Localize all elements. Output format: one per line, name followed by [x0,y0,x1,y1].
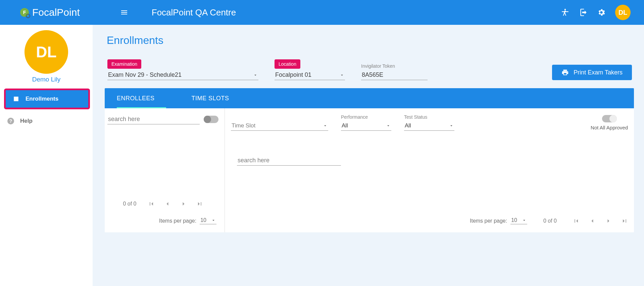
chevron-down-icon [386,123,391,128]
prev-page-icon[interactable] [164,201,171,207]
chevron-down-icon [211,218,216,223]
enrollees-search-row [107,114,218,124]
examination-value: Exam Nov 29 - Schedule21 [108,71,182,78]
chevron-down-icon [323,123,328,128]
prev-page-icon[interactable] [589,218,596,224]
location-value: Focalpoint 01 [275,71,311,78]
menu-icon[interactable] [120,8,128,16]
next-page-icon[interactable] [605,218,612,224]
test-status-select[interactable]: All [404,122,454,131]
user-name: Demo Lily [0,76,93,83]
location-label: Location [275,59,300,69]
enrollees-items-per-page: Items per page: 10 [107,217,216,224]
sidebar: DL Demo Lily Enrollments ? Help [0,25,93,286]
time-slot-select[interactable]: Time Slot [231,122,328,131]
performance-value: All [342,122,348,129]
ipp-label: Items per page: [470,218,507,224]
time-slot-field: Time Slot [231,114,328,131]
token-value: 8A565E [361,71,428,80]
print-icon [561,69,569,76]
tab-bar: ENROLLEES TIME SLOTS [105,88,634,108]
user-avatar-large: DL [24,30,68,74]
test-status-value: All [405,122,411,129]
time-slot-placeholder: Time Slot [232,122,255,129]
slots-items-per-page: Items per page: 10 [470,217,527,224]
enrollees-pager-count: 0 of 0 [123,201,136,207]
logo-badge: F [20,8,29,17]
enrollees-pager: 0 of 0 [107,201,218,207]
last-page-icon[interactable] [621,218,628,224]
location-select[interactable]: Focalpoint 01 [275,71,345,80]
ipp-label: Items per page: [159,218,196,224]
tab-enrollees[interactable]: ENROLLEES [117,88,155,108]
logout-icon[interactable] [579,8,588,17]
sidebar-item-enrollments[interactable]: Enrollments [5,90,89,108]
chevron-down-icon [522,218,527,223]
slots-column: Time Slot Performance All [225,108,634,232]
centre-name: FocalPoint QA Centre [152,7,561,18]
chevron-down-icon [253,73,258,77]
sidebar-item-help[interactable]: ? Help [0,112,93,130]
examination-label: Examination [107,59,141,69]
panel-body: 0 of 0 Items per page: 10 [105,108,634,232]
page-title: Enrollments [107,34,634,47]
enrollees-toggle[interactable] [204,116,218,123]
enrollees-search-input[interactable] [107,114,200,124]
approval-block: Not All Approved [591,115,628,131]
sidebar-item-label: Enrollments [26,96,58,102]
app-bar: F FocalPoint FocalPoint QA Centre DL [0,0,644,25]
svg-point-0 [564,9,566,10]
enrollees-pager-arrows [148,201,203,207]
main-content: Enrollments Examination Exam Nov 29 - Sc… [93,25,644,286]
first-page-icon[interactable] [573,218,580,224]
enrollees-ipp-select[interactable]: 10 [200,217,216,224]
chevron-down-icon [340,73,344,77]
user-avatar-small[interactable]: DL [615,5,631,20]
logo[interactable]: F FocalPoint [20,7,80,18]
enrollees-column: 0 of 0 Items per page: 10 [105,108,225,232]
token-label: Invigilator Token [361,63,428,69]
slots-pager-count: 0 of 0 [543,218,557,224]
slots-pager-arrows [573,218,628,224]
approval-toggle[interactable] [602,115,617,122]
performance-field: Performance All [341,114,391,131]
ipp-value: 10 [511,217,517,223]
accessibility-icon[interactable] [561,8,569,17]
appbar-actions: DL [561,5,631,20]
first-page-icon[interactable] [148,201,155,207]
slots-ipp-select[interactable]: 10 [510,217,527,224]
help-icon: ? [7,118,14,124]
slots-search-wrap [237,156,628,166]
slots-filter-row: Time Slot Performance All [231,114,628,131]
last-page-icon[interactable] [196,201,203,207]
test-status-label: Test Status [404,114,454,120]
tab-time-slots[interactable]: TIME SLOTS [192,88,229,108]
location-field: Location Focalpoint 01 [275,59,345,80]
next-page-icon[interactable] [180,201,187,207]
token-field: Invigilator Token 8A565E [361,63,428,80]
time-slot-label [231,114,328,120]
examination-field: Examination Exam Nov 29 - Schedule21 [107,59,258,80]
app-name: FocalPoint [32,7,80,18]
ipp-value: 10 [200,217,206,223]
examination-select[interactable]: Exam Nov 29 - Schedule21 [107,71,258,80]
chart-bar-icon [13,96,19,102]
slots-pager-row: Items per page: 10 0 of 0 [231,217,628,224]
print-button-label: Print Exam Takers [574,69,623,76]
filter-row: Examination Exam Nov 29 - Schedule21 Loc… [105,59,634,88]
test-status-field: Test Status All [404,114,454,131]
sidebar-item-label: Help [20,118,33,124]
performance-label: Performance [341,114,391,120]
gear-icon[interactable] [597,8,606,17]
approval-status-text: Not All Approved [591,124,628,131]
chevron-down-icon [449,123,454,128]
performance-select[interactable]: All [341,122,391,131]
slots-search-input[interactable] [237,156,341,166]
enrollments-panel: ENROLLEES TIME SLOTS 0 of 0 [105,88,634,232]
print-exam-takers-button[interactable]: Print Exam Takers [552,65,632,80]
